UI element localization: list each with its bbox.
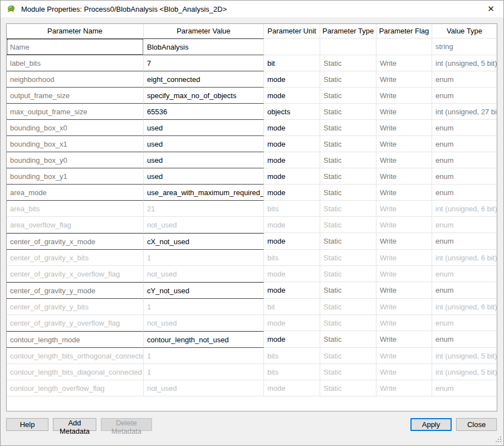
cell-unit: mode xyxy=(264,331,320,348)
cell-name[interactable]: bounding_box_x1 xyxy=(7,136,144,152)
delete-metadata-button[interactable]: Delete Metadata xyxy=(101,418,152,431)
cell-vtype: int (unsigned, 5 bit) xyxy=(432,55,497,71)
help-button[interactable]: Help xyxy=(6,418,48,431)
cell-name[interactable]: area_bits xyxy=(7,201,144,217)
close-icon[interactable]: ✕ xyxy=(478,1,503,17)
close-button[interactable]: Close xyxy=(456,418,497,431)
cell-name[interactable]: output_frame_size xyxy=(7,88,144,104)
cell-name[interactable]: bounding_box_x0 xyxy=(7,120,144,136)
table-row: area_modeuse_area_with_maximum_required_… xyxy=(7,185,497,201)
add-metadata-button[interactable]: Add Metadata xyxy=(53,418,96,431)
cell-name[interactable]: center_of_gravity_y_overflow_flag xyxy=(7,315,144,331)
cell-type xyxy=(320,38,376,55)
cell-unit: mode xyxy=(264,380,320,396)
cell-value[interactable]: eight_connected xyxy=(144,71,264,88)
cell-unit: mode xyxy=(264,315,320,331)
cell-value[interactable]: BlobAnalysis xyxy=(144,38,264,55)
cell-name[interactable]: Name xyxy=(7,38,144,55)
parameter-table: Parameter Name Parameter Value Parameter… xyxy=(6,23,497,411)
cell-name[interactable]: center_of_gravity_x_bits xyxy=(7,250,144,266)
cell-unit: mode xyxy=(264,217,320,233)
cell-type: Static xyxy=(320,233,376,250)
cell-unit: mode xyxy=(264,266,320,282)
cell-name[interactable]: bounding_box_y1 xyxy=(7,168,144,185)
cell-unit: bits xyxy=(264,201,320,217)
cell-value[interactable]: 21 xyxy=(144,201,264,217)
cell-flag: Write xyxy=(376,331,432,348)
cell-value[interactable]: cX_not_used xyxy=(144,233,264,250)
cell-flag: Write xyxy=(376,55,432,71)
cell-value[interactable]: used xyxy=(144,152,264,168)
cell-flag: Write xyxy=(376,201,432,217)
cell-vtype: enum xyxy=(432,120,497,136)
cell-unit: bits xyxy=(264,364,320,380)
table-row: max_output_frame_size65536objectsStaticW… xyxy=(7,104,497,120)
cell-name[interactable]: center_of_gravity_y_bits xyxy=(7,299,144,315)
cell-value[interactable]: not_used xyxy=(144,266,264,282)
column-header-parameter-unit: Parameter Unit xyxy=(264,24,320,38)
cell-value[interactable]: use_area_with_maximum_required_bits xyxy=(144,185,264,201)
table-row: center_of_gravity_y_modecY_not_usedmodeS… xyxy=(7,282,497,299)
cell-vtype: enum xyxy=(432,233,497,250)
cell-value[interactable]: not_used xyxy=(144,315,264,331)
cell-flag: Write xyxy=(376,250,432,266)
cell-vtype: enum xyxy=(432,380,497,396)
cell-name[interactable]: area_overflow_flag xyxy=(7,217,144,233)
cell-name[interactable]: max_output_frame_size xyxy=(7,104,144,120)
cell-unit: bits xyxy=(264,250,320,266)
cell-name[interactable]: neighborhood xyxy=(7,71,144,88)
table-row: bounding_box_y0usedmodeStaticWriteenum xyxy=(7,152,497,168)
cell-type: Static xyxy=(320,299,376,315)
cell-name[interactable]: center_of_gravity_x_mode xyxy=(7,233,144,250)
cell-name[interactable]: bounding_box_y0 xyxy=(7,152,144,168)
cell-unit: mode xyxy=(264,168,320,185)
cell-value[interactable]: cY_not_used xyxy=(144,282,264,299)
apply-button[interactable]: Apply xyxy=(410,418,452,431)
cell-value[interactable]: not_used xyxy=(144,217,264,233)
cell-value[interactable]: 1 xyxy=(144,299,264,315)
cell-value[interactable]: 7 xyxy=(144,55,264,71)
cell-name[interactable]: area_mode xyxy=(7,185,144,201)
cell-value[interactable]: 65536 xyxy=(144,104,264,120)
cell-value[interactable]: 1 xyxy=(144,250,264,266)
table-row: contour_length_bits_orthogonal_connected… xyxy=(7,348,497,364)
table-row: center_of_gravity_x_bits1bitsStaticWrite… xyxy=(7,250,497,266)
cell-value[interactable]: used xyxy=(144,136,264,152)
cell-type: Static xyxy=(320,55,376,71)
cell-name[interactable]: contour_length_bits_orthogonal_connected xyxy=(7,348,144,364)
cell-name[interactable]: label_bits xyxy=(7,55,144,71)
cell-value[interactable]: specify_max_no_of_objects xyxy=(144,88,264,104)
cell-type: Static xyxy=(320,266,376,282)
cell-value[interactable]: 1 xyxy=(144,364,264,380)
cell-vtype: enum xyxy=(432,217,497,233)
resize-grip-icon[interactable] xyxy=(496,437,502,443)
cell-value[interactable]: contour_length_not_used xyxy=(144,331,264,348)
table-row: contour_length_bits_diagonal_connected1b… xyxy=(7,364,497,380)
cell-name[interactable]: contour_length_bits_diagonal_connected xyxy=(7,364,144,380)
cell-unit: mode xyxy=(264,282,320,299)
cell-type: Static xyxy=(320,71,376,88)
cell-type: Static xyxy=(320,136,376,152)
cell-flag: Write xyxy=(376,233,432,250)
cell-value[interactable]: 1 xyxy=(144,348,264,364)
cell-type: Static xyxy=(320,185,376,201)
cell-flag: Write xyxy=(376,299,432,315)
table-row: label_bits7bitStaticWriteint (unsigned, … xyxy=(7,55,497,71)
cell-flag: Write xyxy=(376,104,432,120)
cell-value[interactable]: not_used xyxy=(144,380,264,396)
cell-vtype: enum xyxy=(432,282,497,299)
cell-value[interactable]: used xyxy=(144,120,264,136)
cell-vtype: int (unsigned, 6 bit) xyxy=(432,299,497,315)
column-header-parameter-flag: Parameter Flag xyxy=(376,24,432,38)
cell-unit: mode xyxy=(264,233,320,250)
cell-name[interactable]: contour_length_overflow_flag xyxy=(7,380,144,396)
cell-unit: bit xyxy=(264,55,320,71)
cell-name[interactable]: center_of_gravity_x_overflow_flag xyxy=(7,266,144,282)
cell-unit xyxy=(264,38,320,55)
cell-flag: Write xyxy=(376,71,432,88)
cell-value[interactable]: used xyxy=(144,168,264,185)
cell-name[interactable]: center_of_gravity_y_mode xyxy=(7,282,144,299)
cell-type: Static xyxy=(320,104,376,120)
cell-name[interactable]: contour_length_mode xyxy=(7,331,144,348)
cell-flag: Write xyxy=(376,168,432,185)
